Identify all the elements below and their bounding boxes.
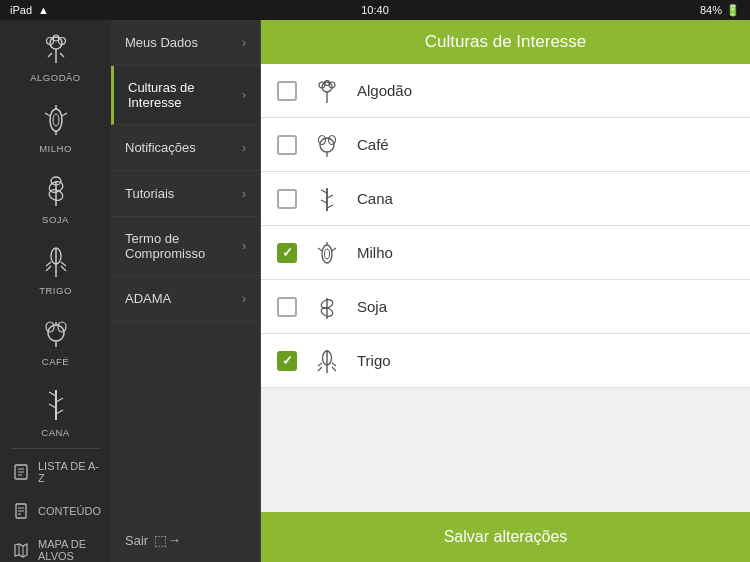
chevron-right-icon: › xyxy=(242,239,246,253)
svg-point-12 xyxy=(53,114,59,126)
svg-line-11 xyxy=(62,113,67,116)
algodao-label: ALGODÃO xyxy=(30,72,81,83)
svg-line-67 xyxy=(318,248,322,251)
icon-sidebar-bottom: LISTA DE A-Z CONTEÚDO xyxy=(0,446,111,562)
trigo-crop-icon xyxy=(311,345,343,377)
content-panel: Culturas de Interesse Algodão xyxy=(261,20,750,562)
menu-item-tutoriais[interactable]: Tutoriais › xyxy=(111,171,260,217)
cafe-label: CAFÉ xyxy=(42,356,69,367)
crop-item-cana[interactable]: Cana xyxy=(261,172,750,226)
algodao-crop-name: Algodão xyxy=(357,82,412,99)
sidebar-item-soja[interactable]: SOJA xyxy=(0,162,111,233)
checkbox-algodao[interactable] xyxy=(277,81,297,101)
menu-item-notificacoes[interactable]: Notificações › xyxy=(111,125,260,171)
soja-crop-icon xyxy=(311,291,343,323)
svg-line-19 xyxy=(46,262,51,266)
sidebar-item-trigo[interactable]: TRIGO xyxy=(0,233,111,304)
cafe-icon xyxy=(37,314,75,352)
algodao-icon xyxy=(37,30,75,68)
soja-crop-name: Soja xyxy=(357,298,387,315)
menu-panel: Meus Dados › Culturas de Interesse › Not… xyxy=(111,20,261,562)
crop-item-algodao[interactable]: Algodão xyxy=(261,64,750,118)
crop-item-trigo[interactable]: Trigo xyxy=(261,334,750,388)
svg-point-7 xyxy=(50,109,62,131)
sair-icon: ⬚→ xyxy=(154,532,181,548)
svg-point-64 xyxy=(322,245,332,263)
menu-tutoriais-label: Tutoriais xyxy=(125,186,174,201)
svg-line-75 xyxy=(332,363,336,366)
cana-crop-name: Cana xyxy=(357,190,393,207)
status-bar-left: iPad ▲ xyxy=(10,4,49,16)
svg-line-32 xyxy=(56,410,63,414)
menu-item-culturas-interesse[interactable]: Culturas de Interesse › xyxy=(111,66,260,125)
svg-line-74 xyxy=(318,363,322,366)
svg-marker-41 xyxy=(15,544,27,557)
sidebar-item-cafe[interactable]: CAFÉ xyxy=(0,304,111,375)
menu-item-termo-compromisso[interactable]: Termo de Compromisso › xyxy=(111,217,260,276)
sidebar-item-mapa-alvos[interactable]: MAPA DE ALVOS xyxy=(0,529,111,562)
svg-line-30 xyxy=(56,398,63,402)
menu-termo-label: Termo de Compromisso xyxy=(125,231,242,261)
crop-item-milho[interactable]: Milho xyxy=(261,226,750,280)
milho-crop-name: Milho xyxy=(357,244,393,261)
menu-culturas-label: Culturas de Interesse xyxy=(128,80,242,110)
soja-icon xyxy=(37,172,75,210)
checkbox-trigo[interactable] xyxy=(277,351,297,371)
menu-notificacoes-label: Notificações xyxy=(125,140,196,155)
svg-line-77 xyxy=(332,367,336,371)
chevron-right-icon: › xyxy=(242,292,246,306)
svg-point-23 xyxy=(48,325,64,341)
cana-label: CANA xyxy=(41,427,69,438)
menu-adama-label: ADAMA xyxy=(125,291,171,306)
checkbox-cafe[interactable] xyxy=(277,135,297,155)
svg-line-10 xyxy=(45,113,50,116)
content-title: Culturas de Interesse xyxy=(425,32,587,52)
status-bar-right: 84% 🔋 xyxy=(700,4,740,17)
cana-crop-icon xyxy=(311,183,343,215)
sair-button[interactable]: Sair ⬚→ xyxy=(111,518,260,562)
main-layout: ALGODÃO MILHO xyxy=(0,20,750,562)
wifi-icon: ▲ xyxy=(38,4,49,16)
svg-point-0 xyxy=(50,37,62,49)
divider xyxy=(11,448,100,449)
checkbox-milho[interactable] xyxy=(277,243,297,263)
sidebar-item-conteudo[interactable]: CONTEÚDO xyxy=(0,493,111,529)
menu-meus-dados-label: Meus Dados xyxy=(125,35,198,50)
sidebar-item-cana[interactable]: CANA xyxy=(0,375,111,446)
content-header: Culturas de Interesse xyxy=(261,20,750,64)
cafe-crop-icon xyxy=(311,129,343,161)
sidebar-item-lista-az[interactable]: LISTA DE A-Z xyxy=(0,451,111,493)
content-list: Algodão Café xyxy=(261,64,750,512)
save-label: Salvar alterações xyxy=(444,528,568,546)
chevron-right-icon: › xyxy=(242,88,246,102)
svg-line-76 xyxy=(318,367,322,371)
status-bar: iPad ▲ 10:40 84% 🔋 xyxy=(0,0,750,20)
doc-icon xyxy=(12,502,30,520)
menu-item-meus-dados[interactable]: Meus Dados › xyxy=(111,20,260,66)
cafe-crop-name: Café xyxy=(357,136,389,153)
svg-line-2 xyxy=(48,53,52,57)
checkbox-cana[interactable] xyxy=(277,189,297,209)
device-label: iPad xyxy=(10,4,32,16)
trigo-label: TRIGO xyxy=(39,285,72,296)
checkbox-soja[interactable] xyxy=(277,297,297,317)
map-icon xyxy=(12,541,30,559)
chevron-right-icon: › xyxy=(242,141,246,155)
save-button[interactable]: Salvar alterações xyxy=(261,512,750,562)
chevron-right-icon: › xyxy=(242,187,246,201)
battery-icon: 🔋 xyxy=(726,4,740,17)
svg-point-65 xyxy=(325,249,330,259)
svg-line-29 xyxy=(49,392,56,396)
svg-line-21 xyxy=(46,266,51,271)
soja-label: SOJA xyxy=(42,214,69,225)
trigo-crop-name: Trigo xyxy=(357,352,391,369)
svg-line-3 xyxy=(60,53,64,57)
sidebar-item-algodao[interactable]: ALGODÃO xyxy=(0,20,111,91)
svg-line-20 xyxy=(61,262,66,266)
crop-item-soja[interactable]: Soja xyxy=(261,280,750,334)
menu-item-adama[interactable]: ADAMA › xyxy=(111,276,260,322)
battery-label: 84% xyxy=(700,4,722,16)
sidebar-item-milho[interactable]: MILHO xyxy=(0,91,111,162)
crop-item-cafe[interactable]: Café xyxy=(261,118,750,172)
trigo-icon xyxy=(37,243,75,281)
